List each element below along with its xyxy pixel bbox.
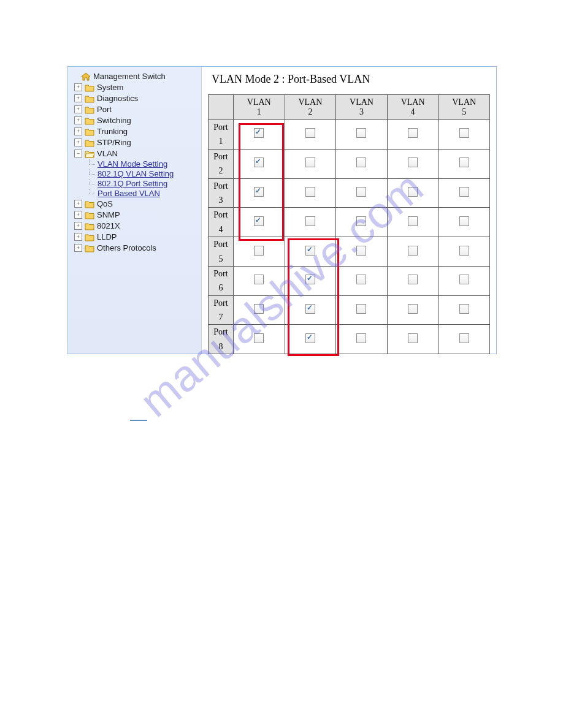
table-row: Port2 — [209, 149, 490, 178]
expand-icon[interactable]: + — [74, 127, 82, 135]
tree-item-label: LLDP — [97, 232, 117, 241]
vlan-checkbox-port5-vlan4[interactable] — [408, 246, 418, 256]
rowhead-l1: Port — [209, 325, 233, 339]
vlan-checkbox-port3-vlan2[interactable] — [305, 187, 315, 197]
vlan-checkbox-port4-vlan1[interactable] — [254, 216, 264, 226]
tree-item-switching[interactable]: +Switching — [73, 115, 199, 126]
column-header-vlan-2: VLAN2 — [285, 95, 336, 120]
vlan-checkbox-port1-vlan2[interactable] — [305, 128, 315, 138]
vlan-checkbox-port1-vlan4[interactable] — [408, 128, 418, 138]
vlan-checkbox-port7-vlan4[interactable] — [408, 304, 418, 314]
expand-icon[interactable]: + — [74, 222, 82, 230]
expand-icon[interactable]: + — [74, 83, 82, 91]
tree-item-vlan[interactable]: −VLAN — [73, 148, 199, 159]
tree-item-trunking[interactable]: +Trunking — [73, 126, 199, 137]
table-row: Port3 — [209, 178, 490, 208]
vlan-checkbox-port8-vlan5[interactable] — [459, 333, 469, 343]
vlan-checkbox-port3-vlan3[interactable] — [356, 187, 366, 197]
tree-item-8021x[interactable]: +8021X — [73, 221, 199, 231]
vlan-cell — [234, 237, 285, 267]
vlan-checkbox-port2-vlan2[interactable] — [305, 157, 315, 167]
folder-icon — [85, 94, 94, 103]
expand-icon[interactable]: + — [74, 94, 82, 102]
tree-subitem-port-based-vlan[interactable]: Port Based VLAN — [98, 189, 160, 198]
vlan-cell — [387, 208, 439, 237]
folder-icon — [85, 200, 94, 208]
rowhead-l1: Port — [209, 237, 233, 251]
expand-icon[interactable]: + — [74, 116, 82, 124]
expand-icon[interactable]: + — [74, 138, 82, 146]
home-icon — [81, 72, 91, 81]
collapse-icon[interactable]: − — [74, 150, 82, 157]
vlan-cell — [285, 237, 336, 267]
vlan-cell — [387, 178, 439, 208]
tree-root[interactable]: Management Switch — [71, 71, 199, 82]
colhead-l1: VLAN — [350, 97, 373, 107]
rowhead-l2: 2 — [209, 164, 233, 178]
vlan-checkbox-port3-vlan5[interactable] — [459, 187, 469, 197]
vlan-checkbox-port6-vlan5[interactable] — [459, 275, 469, 284]
vlan-checkbox-port6-vlan1[interactable] — [254, 275, 264, 284]
tree-subitem-802-1q-vlan-setting[interactable]: 802.1Q VLAN Setting — [98, 169, 174, 178]
vlan-checkbox-port4-vlan5[interactable] — [459, 216, 469, 226]
vlan-checkbox-port5-vlan5[interactable] — [459, 246, 469, 256]
vlan-checkbox-port2-vlan4[interactable] — [408, 157, 418, 167]
vlan-cell — [234, 120, 285, 150]
tree-item-stp-ring[interactable]: +STP/Ring — [73, 137, 199, 148]
vlan-cell — [336, 149, 388, 178]
vlan-cell — [336, 178, 388, 208]
vlan-checkbox-port1-vlan3[interactable] — [356, 128, 366, 138]
vlan-cell — [439, 237, 490, 267]
vlan-checkbox-port6-vlan3[interactable] — [356, 275, 366, 284]
tree-item-snmp[interactable]: +SNMP — [73, 210, 199, 220]
vlan-checkbox-port8-vlan1[interactable] — [254, 333, 264, 343]
expand-icon[interactable]: + — [74, 244, 82, 252]
tree-item-label: VLAN — [97, 149, 118, 158]
expand-icon[interactable]: + — [74, 200, 82, 208]
vlan-checkbox-port3-vlan4[interactable] — [408, 187, 418, 197]
vlan-checkbox-port2-vlan1[interactable] — [254, 157, 264, 167]
vlan-cell — [234, 208, 285, 237]
vlan-checkbox-port4-vlan4[interactable] — [408, 216, 418, 226]
vlan-checkbox-port8-vlan4[interactable] — [408, 333, 418, 343]
tree-item-lldp[interactable]: +LLDP — [73, 232, 199, 242]
vlan-checkbox-port7-vlan3[interactable] — [356, 304, 366, 314]
vlan-checkbox-port6-vlan2[interactable] — [305, 275, 315, 284]
vlan-checkbox-port8-vlan3[interactable] — [356, 333, 366, 343]
vlan-checkbox-port4-vlan3[interactable] — [356, 216, 366, 226]
vlan-checkbox-port2-vlan5[interactable] — [459, 157, 469, 167]
tree-item-others-protocols[interactable]: +Others Protocols — [73, 243, 199, 253]
vlan-checkbox-port7-vlan2[interactable] — [305, 304, 315, 314]
tree-subitem-802-1q-port-setting[interactable]: 802.1Q Port Setting — [98, 179, 167, 188]
vlan-cell — [285, 266, 336, 295]
vlan-checkbox-port7-vlan5[interactable] — [459, 304, 469, 314]
vlan-checkbox-port5-vlan3[interactable] — [356, 246, 366, 256]
tree-item-diagnostics[interactable]: +Diagnostics — [73, 93, 199, 104]
vlan-checkbox-port5-vlan1[interactable] — [254, 246, 264, 256]
vlan-checkbox-port8-vlan2[interactable] — [305, 333, 315, 343]
expand-icon[interactable]: + — [74, 105, 82, 113]
vlan-checkbox-port5-vlan2[interactable] — [305, 246, 315, 256]
vlan-checkbox-port3-vlan1[interactable] — [254, 187, 264, 197]
expand-icon[interactable]: + — [74, 233, 82, 241]
nav-tree-sidebar: Management Switch +System+Diagnostics+Po… — [68, 67, 202, 354]
vlan-checkbox-port6-vlan4[interactable] — [408, 275, 418, 284]
vlan-checkbox-port4-vlan2[interactable] — [305, 216, 315, 226]
colhead-l2: 1 — [257, 107, 261, 116]
vlan-cell — [387, 120, 439, 150]
vlan-checkbox-port1-vlan5[interactable] — [459, 128, 469, 138]
tree-subitem-vlan-mode-setting[interactable]: VLAN Mode Setting — [98, 159, 167, 169]
rowhead-l1: Port — [209, 267, 233, 281]
expand-icon[interactable]: + — [74, 211, 82, 219]
vlan-cell — [285, 208, 336, 237]
vlan-checkbox-port2-vlan3[interactable] — [356, 157, 366, 167]
tree-item-port[interactable]: +Port — [73, 104, 199, 115]
rowhead-l1: Port — [209, 208, 233, 222]
vlan-cell — [439, 295, 490, 325]
vlan-cell — [336, 237, 388, 267]
vlan-checkbox-port1-vlan1[interactable] — [254, 128, 264, 138]
tree-item-qos[interactable]: +QoS — [73, 199, 199, 209]
vlan-cell — [439, 325, 490, 354]
vlan-checkbox-port7-vlan1[interactable] — [254, 304, 264, 314]
tree-item-system[interactable]: +System — [73, 82, 199, 93]
